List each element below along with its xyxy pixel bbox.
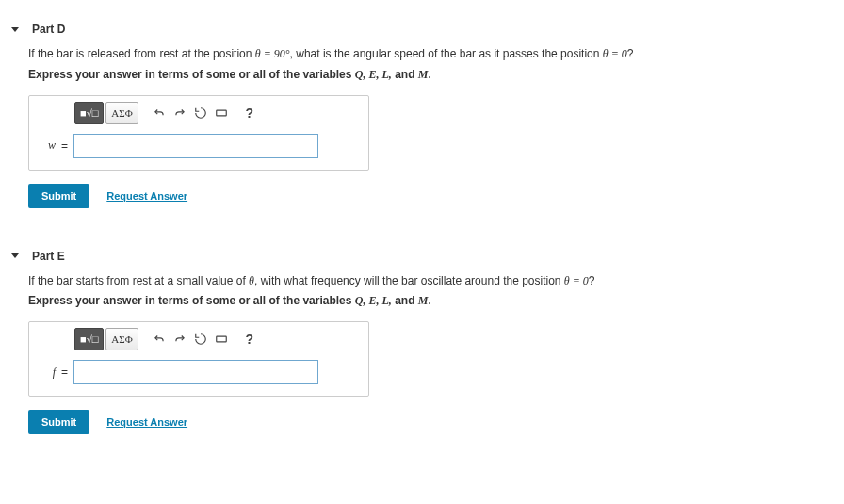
part-e-header[interactable]: Part E [11, 250, 816, 263]
keyboard-icon[interactable] [212, 329, 231, 350]
instruction-vars: Q, E, L, [355, 294, 392, 307]
redo-icon[interactable] [170, 103, 189, 123]
equals-sign: = [61, 139, 68, 153]
greek-button[interactable]: ΑΣΦ [106, 102, 138, 124]
question-math: θ = 0 [603, 47, 627, 60]
part-d-header[interactable]: Part D [11, 23, 816, 36]
svg-rect-0 [216, 110, 226, 116]
part-e-question: If the bar starts from rest at a small v… [28, 274, 816, 289]
part-e-instruction: Express your answer in terms of some or … [28, 294, 816, 308]
redo-icon[interactable] [170, 329, 189, 350]
question-math: θ = 0 [564, 274, 589, 287]
undo-icon[interactable] [150, 103, 169, 123]
instruction-text: and [392, 294, 418, 307]
part-d-answer-box: ■√□ ΑΣΦ ? w = [28, 95, 369, 171]
reset-icon[interactable] [191, 329, 210, 350]
greek-button[interactable]: ΑΣΦ [106, 328, 138, 350]
part-e-container: Part E If the bar starts from rest at a … [0, 227, 844, 454]
equals-sign: = [61, 366, 68, 379]
instruction-text: Express your answer in terms of some or … [28, 294, 355, 307]
request-answer-link[interactable]: Request Answer [106, 416, 187, 428]
keyboard-icon[interactable] [212, 103, 231, 123]
instruction-text: Express your answer in terms of some or … [28, 68, 355, 81]
answer-row: w = [39, 134, 359, 158]
part-d-question: If the bar is released from rest at the … [28, 47, 816, 62]
question-text: , with what frequency will the bar oscil… [254, 274, 564, 287]
question-text: ? [627, 47, 634, 60]
part-e-answer-box: ■√□ ΑΣΦ ? f = [28, 321, 369, 397]
equation-toolbar: ■√□ ΑΣΦ ? [74, 328, 359, 350]
answer-row: f = [39, 360, 359, 384]
variable-label: w [39, 138, 56, 153]
equation-toolbar: ■√□ ΑΣΦ ? [74, 102, 359, 124]
instruction-vars: Q, E, L, [355, 68, 392, 81]
question-text: If the bar starts from rest at a small v… [28, 274, 249, 287]
instruction-vars: M [418, 294, 429, 307]
help-icon[interactable]: ? [240, 103, 259, 123]
submit-button[interactable]: Submit [28, 184, 89, 208]
instruction-text: and [392, 68, 418, 81]
instruction-text: . [428, 68, 430, 81]
part-d-container: Part D If the bar is released from rest … [0, 0, 844, 227]
part-e-title: Part E [32, 250, 65, 263]
part-e-submit-row: Submit Request Answer [28, 410, 816, 434]
submit-button[interactable]: Submit [28, 410, 89, 434]
templates-button[interactable]: ■√□ [74, 102, 104, 124]
part-d-title: Part D [32, 23, 65, 36]
variable-label: f [39, 366, 56, 380]
answer-input[interactable] [73, 134, 318, 158]
part-d-instruction: Express your answer in terms of some or … [28, 68, 816, 82]
request-answer-link[interactable]: Request Answer [106, 190, 187, 202]
collapse-caret-icon [11, 253, 19, 258]
instruction-vars: M [418, 68, 429, 81]
question-math: θ = 90° [255, 47, 290, 60]
templates-button[interactable]: ■√□ [74, 328, 104, 350]
svg-rect-4 [216, 336, 226, 342]
collapse-caret-icon [11, 27, 19, 32]
answer-input[interactable] [73, 360, 318, 384]
question-text: ? [589, 274, 595, 287]
part-d-submit-row: Submit Request Answer [28, 184, 816, 208]
question-text: , what is the angular speed of the bar a… [290, 47, 603, 60]
instruction-text: . [428, 294, 430, 307]
question-text: If the bar is released from rest at the … [28, 47, 255, 60]
reset-icon[interactable] [191, 103, 210, 123]
undo-icon[interactable] [150, 329, 169, 350]
help-icon[interactable]: ? [240, 329, 259, 350]
